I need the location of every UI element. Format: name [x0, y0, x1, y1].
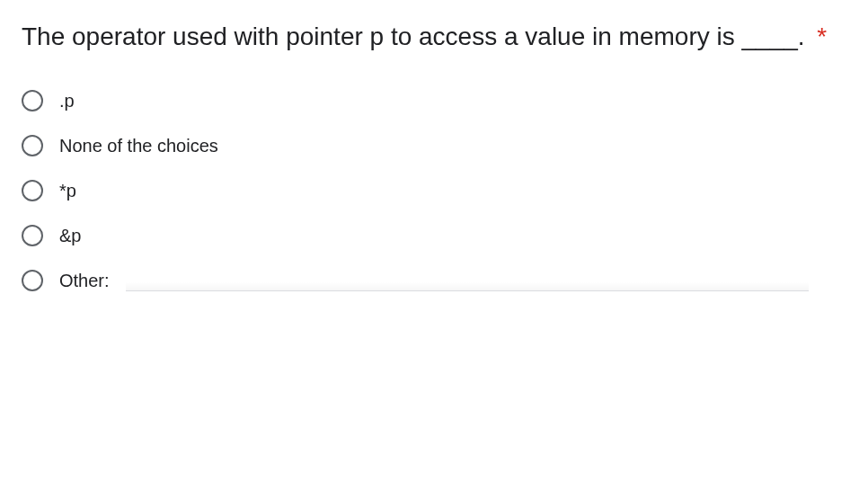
option-row-other[interactable]: Other: [22, 270, 846, 291]
radio-icon[interactable] [22, 180, 43, 201]
option-label: None of the choices [59, 136, 218, 156]
option-label: *p [59, 181, 76, 201]
other-label: Other: [59, 271, 110, 291]
required-asterisk: * [817, 22, 827, 50]
option-row-2[interactable]: *p [22, 180, 846, 201]
question-text: The operator used with pointer p to acce… [22, 18, 846, 56]
radio-icon[interactable] [22, 90, 43, 111]
option-row-1[interactable]: None of the choices [22, 135, 846, 156]
option-row-3[interactable]: &p [22, 225, 846, 246]
option-label: &p [59, 226, 81, 246]
other-input[interactable] [131, 270, 796, 294]
question-prompt: The operator used with pointer p to acce… [22, 22, 805, 50]
radio-icon[interactable] [22, 225, 43, 246]
other-input-underline [126, 270, 809, 291]
radio-icon[interactable] [22, 135, 43, 156]
option-row-0[interactable]: .p [22, 90, 846, 111]
radio-icon[interactable] [22, 270, 43, 291]
option-label: .p [59, 91, 75, 111]
options-group: .p None of the choices *p &p Other: [22, 90, 846, 291]
